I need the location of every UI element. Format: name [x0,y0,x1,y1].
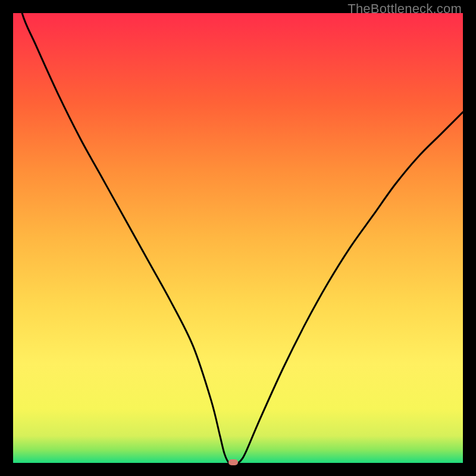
curve-svg [13,13,463,463]
watermark-text: TheBottleneck.com [347,1,462,17]
chart-container: TheBottleneck.com [0,0,476,476]
bottleneck-curve [13,13,463,463]
optimum-marker [228,459,238,465]
